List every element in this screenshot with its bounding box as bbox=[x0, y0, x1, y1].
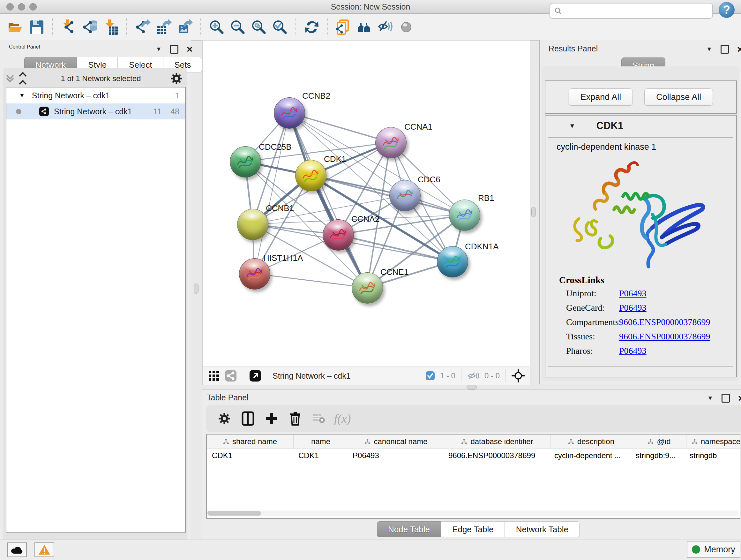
results-close-icon[interactable]: × bbox=[737, 46, 741, 52]
node-ccna2[interactable] bbox=[323, 219, 354, 251]
network-share-icon[interactable] bbox=[224, 369, 237, 382]
panel-close-icon[interactable]: × bbox=[187, 46, 193, 52]
table-options-gear-icon[interactable] bbox=[212, 409, 236, 428]
crosslink-value-link[interactable]: 9606.ENSP00000378699 bbox=[619, 317, 710, 327]
crosslink-row: Uniprot: P06493 bbox=[566, 288, 726, 299]
tab-edge-table[interactable]: Edge Table bbox=[441, 521, 505, 537]
node-details-collapse-icon[interactable]: ▼ bbox=[569, 122, 576, 130]
create-column-plus-icon[interactable] bbox=[260, 409, 283, 428]
table-float-icon[interactable] bbox=[722, 394, 730, 402]
cell-@id[interactable]: stringdb:9... bbox=[630, 449, 684, 462]
control-panel: Control Panel ▼ × NetworkStyleSelectSets… bbox=[0, 40, 191, 540]
crosslink-row: Compartments: 9606.ENSP00000378699 bbox=[566, 317, 726, 327]
node-cdc25b[interactable] bbox=[230, 146, 261, 178]
node-ccnb1[interactable] bbox=[237, 209, 268, 240]
collection-expand-icon[interactable]: ▼ bbox=[19, 92, 25, 99]
column-header-description[interactable]: description bbox=[550, 435, 632, 449]
search-input[interactable] bbox=[562, 6, 712, 16]
table-hscroll-thumb[interactable] bbox=[207, 511, 261, 516]
crosslink-value-link[interactable]: 9606.ENSP00000378699 bbox=[619, 331, 710, 341]
export-image-icon[interactable] bbox=[174, 18, 195, 37]
node-cdkn1a[interactable] bbox=[437, 246, 468, 277]
warning-button[interactable] bbox=[35, 543, 54, 557]
tab-network-table[interactable]: Network Table bbox=[505, 521, 580, 537]
column-header-namespace[interactable]: namespace bbox=[686, 435, 740, 449]
results-menu-icon[interactable]: ▼ bbox=[706, 46, 712, 53]
tab-node-table[interactable]: Node Table bbox=[377, 521, 441, 537]
crosslink-value-link[interactable]: P06493 bbox=[619, 303, 647, 313]
cell-description[interactable]: cyclin-dependent ... bbox=[549, 449, 630, 462]
panel-menu-icon[interactable]: ▼ bbox=[156, 46, 162, 53]
expand-all-networks-icon[interactable] bbox=[18, 71, 27, 86]
network-canvas[interactable]: CCNB2 CCNA1 CDC25B CDK1 CDC6 bbox=[202, 40, 530, 367]
import-table-icon[interactable] bbox=[100, 18, 121, 37]
cell-name[interactable]: CDK1 bbox=[293, 449, 347, 462]
crosslink-value-link[interactable]: P06493 bbox=[619, 346, 647, 356]
import-database-icon[interactable] bbox=[79, 18, 100, 37]
zoom-fit-icon[interactable] bbox=[248, 18, 269, 37]
protein-ribbon-thumb bbox=[244, 264, 266, 284]
import-network-icon[interactable] bbox=[58, 18, 79, 37]
collapse-all-networks-icon[interactable] bbox=[6, 76, 14, 81]
node-ccna1[interactable] bbox=[375, 127, 407, 159]
string-protein-query-icon[interactable] bbox=[354, 18, 375, 37]
cell-namespace[interactable]: stringdb bbox=[684, 449, 740, 462]
bottom-splitter-handle[interactable] bbox=[467, 385, 477, 389]
export-network-icon[interactable] bbox=[132, 18, 153, 37]
zoom-selected-icon[interactable] bbox=[269, 18, 290, 37]
birds-eye-view-icon[interactable] bbox=[249, 369, 262, 382]
search-input-wrap[interactable] bbox=[549, 3, 713, 19]
node-details-header[interactable]: ▼ CDK1 bbox=[545, 116, 736, 136]
results-float-icon[interactable] bbox=[721, 45, 729, 54]
cloud-button[interactable] bbox=[7, 543, 27, 557]
node-ccne1[interactable] bbox=[352, 272, 383, 304]
node-table[interactable]: shared namename canonical name database … bbox=[206, 434, 740, 519]
node-gene-symbol: CDK1 bbox=[596, 120, 623, 132]
grid-view-icon[interactable] bbox=[208, 370, 219, 381]
refresh-network-icon[interactable] bbox=[301, 18, 322, 37]
left-splitter-handle[interactable] bbox=[194, 284, 199, 294]
memory-button[interactable]: Memory bbox=[687, 541, 740, 558]
zoom-out-icon[interactable] bbox=[227, 18, 248, 37]
node-rb1[interactable] bbox=[449, 199, 480, 231]
delete-column-trash-icon[interactable] bbox=[283, 409, 307, 428]
protein-ribbon-thumb bbox=[454, 205, 475, 226]
cell-database-identifier[interactable]: 9606.ENSP00000378699 bbox=[443, 449, 549, 462]
crosslink-value-link[interactable]: P06493 bbox=[619, 288, 647, 299]
open-file-icon[interactable] bbox=[5, 18, 26, 37]
column-header-shared-name[interactable]: shared name bbox=[207, 435, 293, 449]
network-options-gear-icon[interactable] bbox=[171, 72, 183, 84]
clone-network-icon[interactable] bbox=[333, 18, 354, 37]
selected-checkbox-icon[interactable] bbox=[425, 371, 435, 381]
show-columns-icon[interactable] bbox=[236, 409, 260, 428]
fit-selected-crosshair-icon[interactable] bbox=[512, 369, 525, 382]
cell-shared-name[interactable]: CDK1 bbox=[207, 449, 293, 462]
right-splitter-handle[interactable] bbox=[531, 207, 536, 217]
show-gray-sphere-icon[interactable] bbox=[396, 18, 417, 37]
table-close-icon[interactable]: × bbox=[738, 395, 741, 401]
protein-ribbon-thumb bbox=[327, 225, 349, 245]
network-row[interactable]: String Network – cdk1 11 48 bbox=[6, 104, 185, 119]
column-header-@id[interactable]: @id bbox=[632, 435, 686, 449]
hide-selected-eye-icon[interactable] bbox=[375, 18, 396, 37]
node-cdc6[interactable] bbox=[389, 180, 421, 211]
panel-float-icon[interactable] bbox=[170, 45, 179, 54]
table-hscroll-track[interactable] bbox=[207, 510, 738, 516]
table-menu-icon[interactable]: ▼ bbox=[707, 395, 713, 401]
column-header-canonical-name[interactable]: canonical name bbox=[348, 435, 444, 449]
export-table-icon[interactable] bbox=[153, 18, 174, 37]
table-row[interactable]: CDK1CDK1P064939606.ENSP00000378699cyclin… bbox=[207, 449, 740, 462]
save-session-icon[interactable] bbox=[26, 18, 47, 37]
collapse-all-button[interactable]: Collapse All bbox=[644, 88, 713, 106]
zoom-in-icon[interactable] bbox=[206, 18, 227, 37]
help-button[interactable]: ? bbox=[719, 2, 735, 18]
column-header-name[interactable]: name bbox=[293, 435, 348, 449]
column-header-database-identifier[interactable]: database identifier bbox=[444, 435, 550, 449]
expand-all-button[interactable]: Expand All bbox=[569, 88, 633, 106]
crosslink-label: GeneCard: bbox=[566, 303, 619, 313]
crosslink-label: Tissues: bbox=[566, 331, 619, 341]
cell-canonical-name[interactable]: P06493 bbox=[347, 449, 443, 462]
node-ccnb2[interactable] bbox=[274, 98, 305, 129]
network-collection-row[interactable]: ▼ String Network – cdk1 1 bbox=[6, 87, 185, 104]
node-cdk1[interactable] bbox=[295, 160, 327, 191]
